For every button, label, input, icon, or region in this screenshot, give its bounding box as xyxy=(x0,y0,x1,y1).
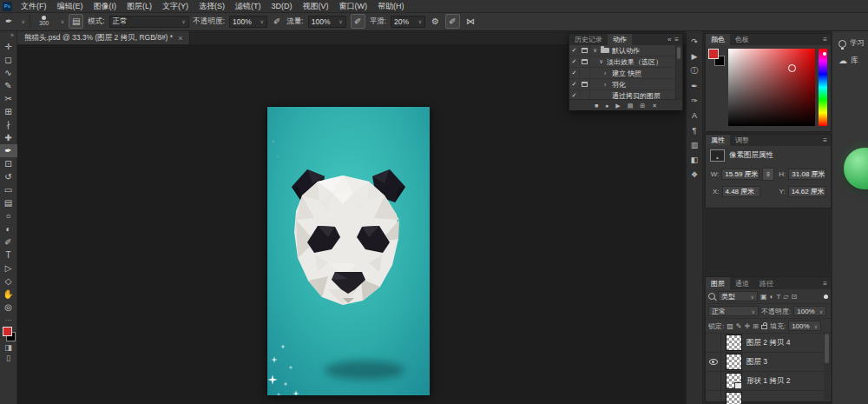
layer-thumbnail[interactable] xyxy=(726,334,742,351)
link-dimensions-icon[interactable]: ∞ xyxy=(762,168,774,181)
visibility-toggle[interactable] xyxy=(706,353,721,371)
tab-layers[interactable]: 图层 xyxy=(706,277,730,289)
lock-move-icon[interactable]: ✛ xyxy=(745,322,751,330)
new-set-icon[interactable]: ▤ xyxy=(628,103,634,109)
include-checkbox[interactable]: ✓ xyxy=(569,92,580,99)
toolbar-collapse-icon[interactable]: » xyxy=(10,31,16,40)
healing-brush-tool[interactable]: ✚ xyxy=(0,131,17,144)
layer-fill-dropdown[interactable]: 100% ∨ xyxy=(788,321,821,331)
filter-type-dropdown[interactable]: 类型 ∨ xyxy=(718,291,758,301)
scrollbar[interactable] xyxy=(675,45,682,99)
layer-row[interactable]: 图层 2 拷贝 4 xyxy=(706,334,831,353)
layer-row[interactable] xyxy=(706,391,831,404)
layer-opacity-dropdown[interactable]: 100% ∨ xyxy=(793,306,826,316)
stop-icon[interactable]: ■ xyxy=(595,103,598,109)
include-checkbox[interactable]: ✓ xyxy=(569,81,580,88)
edit-toolbar-icon[interactable]: ⋯ xyxy=(5,316,12,324)
panel-menu-icon[interactable]: ≡ xyxy=(823,36,827,43)
eyedropper-tool[interactable]: ∤ xyxy=(0,118,17,131)
learn-panel-button[interactable]: 学习 xyxy=(832,31,868,49)
visibility-toggle[interactable] xyxy=(706,372,721,390)
new-action-icon[interactable]: ⊞ xyxy=(640,103,645,109)
record-icon[interactable]: ● xyxy=(605,103,608,109)
action-row[interactable]: ✓ › 羽化 xyxy=(569,79,682,90)
expander-icon[interactable]: ∨ xyxy=(599,58,604,65)
screen-mode-button[interactable]: ▯ xyxy=(6,354,10,362)
brush-preset-picker[interactable]: ✒ xyxy=(3,17,14,26)
tab-properties[interactable]: 属性 xyxy=(706,135,730,146)
smoothing-dropdown[interactable]: 20% ∨ xyxy=(391,16,425,28)
type-tool[interactable]: T xyxy=(0,248,17,262)
scrollbar-thumb[interactable] xyxy=(677,47,681,59)
shape-tool[interactable]: ◇ xyxy=(0,275,17,288)
frame-tool[interactable]: ⊞ xyxy=(0,105,17,118)
flow-dropdown[interactable]: 100% ∨ xyxy=(308,16,346,28)
dialog-toggle[interactable] xyxy=(580,90,590,99)
tab-adjustments[interactable]: 调整 xyxy=(730,135,754,146)
brush-tool[interactable]: ✒ xyxy=(0,144,17,157)
lock-artboard-icon[interactable]: ⊞ xyxy=(753,322,759,330)
filter-pixel-icon[interactable]: ▣ xyxy=(760,293,767,301)
height-field[interactable]: 31.08 厘米 xyxy=(788,169,826,180)
tab-color[interactable]: 颜色 xyxy=(706,34,730,45)
styles-panel-icon[interactable]: ❖ xyxy=(687,168,702,181)
blur-tool[interactable]: ○ xyxy=(0,209,17,222)
clone-stamp-tool[interactable]: ⊡ xyxy=(0,157,17,170)
lock-all-icon[interactable] xyxy=(761,325,767,329)
include-checkbox[interactable]: ✓ xyxy=(569,47,580,54)
panel-menu-icon[interactable]: ≡ xyxy=(674,36,679,43)
dialog-toggle[interactable] xyxy=(580,56,590,67)
symmetry-icon[interactable]: ⋈ xyxy=(464,17,477,26)
expander-icon[interactable]: › xyxy=(604,70,609,76)
collapse-icon[interactable]: « xyxy=(667,36,671,43)
layer-blend-mode-dropdown[interactable]: 正常 ∨ xyxy=(708,306,759,316)
menu-item[interactable]: 选择(S) xyxy=(194,1,229,12)
tab-history[interactable]: 历史记录 xyxy=(569,34,608,45)
crop-tool[interactable]: ✂ xyxy=(0,92,17,105)
saturation-brightness-field[interactable] xyxy=(728,49,815,126)
foreground-color-swatch[interactable] xyxy=(708,49,719,59)
filter-shape-icon[interactable]: ▱ xyxy=(783,293,788,301)
pen-tool[interactable]: ✐ xyxy=(0,235,17,248)
foreground-background-swatches[interactable] xyxy=(2,327,16,341)
menu-item[interactable]: 图像(I) xyxy=(89,1,122,12)
zoom-tool[interactable]: ◎ xyxy=(0,301,17,314)
include-checkbox[interactable]: ✓ xyxy=(569,70,580,76)
filter-toggle-icon[interactable] xyxy=(824,295,828,299)
marquee-tool[interactable]: ◻ xyxy=(0,53,17,66)
hand-tool[interactable]: ✋ xyxy=(0,288,17,301)
menu-item[interactable]: 帮助(H) xyxy=(373,1,409,12)
lock-transparent-icon[interactable]: ▨ xyxy=(727,322,733,330)
path-selection-tool[interactable]: ▷ xyxy=(0,262,17,275)
layer-thumbnail[interactable] xyxy=(726,373,742,389)
character-panel-icon[interactable]: A xyxy=(687,109,702,122)
brush-settings-panel-icon[interactable]: ✒ xyxy=(687,79,702,92)
foreground-color-swatch[interactable] xyxy=(3,327,12,336)
x-field[interactable]: 4.48 厘米 xyxy=(722,186,760,197)
scrollbar-thumb[interactable] xyxy=(825,334,829,363)
libraries-panel-button[interactable]: ☁ 库 xyxy=(832,49,868,66)
play-icon[interactable]: ▶ xyxy=(615,103,620,109)
dialog-toggle[interactable] xyxy=(580,79,590,89)
dialog-toggle[interactable] xyxy=(580,68,590,78)
quick-selection-tool[interactable]: ✎ xyxy=(0,79,17,92)
filter-adjustment-icon[interactable]: ◐ xyxy=(770,293,774,301)
document-canvas[interactable] xyxy=(267,107,430,395)
menu-item[interactable]: 编辑(E) xyxy=(53,1,88,12)
lasso-tool[interactable]: ∿ xyxy=(0,66,17,79)
layer-row[interactable]: 图层 3 xyxy=(706,353,831,372)
y-field[interactable]: 14.62 厘米 xyxy=(788,186,826,197)
filter-smart-icon[interactable]: ⊡ xyxy=(791,293,797,301)
width-field[interactable]: 15.59 厘米 xyxy=(721,169,760,180)
pressure-size-button[interactable]: ✐ xyxy=(445,14,460,29)
action-row[interactable]: ✓ 通过拷贝的图层 xyxy=(569,90,682,99)
history-panel-icon[interactable]: ↷ xyxy=(687,35,702,48)
lock-paint-icon[interactable]: ✎ xyxy=(736,322,742,330)
info-panel-icon[interactable]: ⓘ xyxy=(687,64,702,77)
history-brush-tool[interactable]: ↺ xyxy=(0,170,17,183)
layer-thumbnail[interactable] xyxy=(726,354,742,370)
layer-thumbnail[interactable] xyxy=(726,392,742,404)
action-row[interactable]: ✓ ∨ 淡出效果（选区） xyxy=(569,56,682,68)
color-cursor[interactable] xyxy=(788,64,796,72)
include-checkbox[interactable]: ✓ xyxy=(569,58,580,65)
